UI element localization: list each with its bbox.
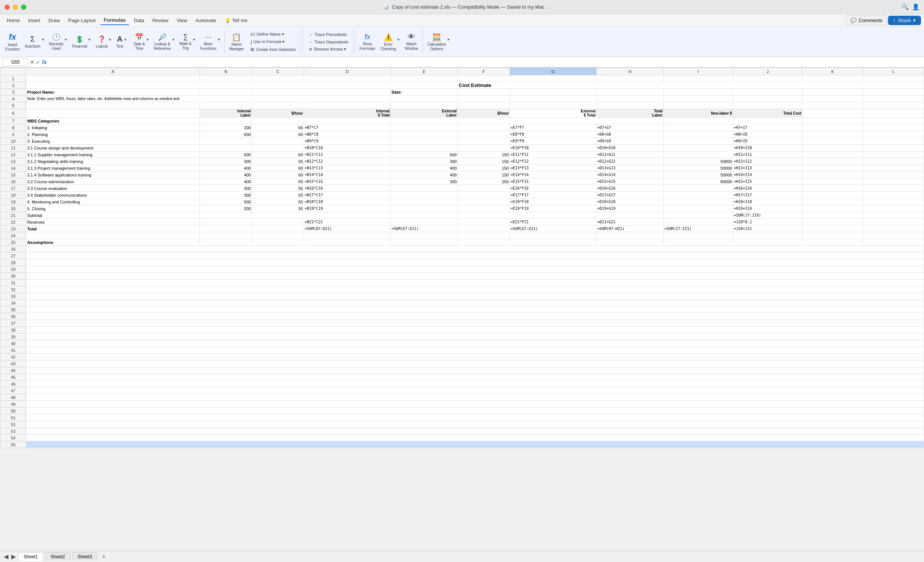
cell-b3[interactable] [200, 89, 252, 96]
col-header-i[interactable]: I [663, 68, 733, 75]
cell-l13[interactable] [863, 158, 924, 165]
cell-c14[interactable]: 60 [252, 165, 304, 172]
cell-d8[interactable]: =B7*C7 [304, 124, 390, 131]
next-sheet-button[interactable]: ▶ [10, 552, 16, 561]
cell-l19[interactable] [863, 199, 924, 205]
menu-insert[interactable]: Insert [24, 16, 44, 25]
cell-k23[interactable] [802, 226, 863, 232]
cell-f8[interactable] [458, 124, 510, 131]
cell-j8[interactable]: =H7+I7 [733, 124, 802, 131]
comments-button[interactable]: 💬 Comments [846, 15, 887, 25]
cell-c19[interactable]: 55 [252, 199, 304, 205]
cell-c5[interactable] [252, 102, 304, 109]
cell-a15[interactable]: 3.1.4 Software applications training [26, 172, 200, 178]
cell-k21[interactable] [802, 212, 863, 219]
cell-g16[interactable]: =E15*F15 [510, 178, 596, 185]
cell-f24[interactable] [458, 232, 510, 239]
cell-h22[interactable]: =D21+G21 [597, 219, 664, 226]
cell-j17[interactable]: =H16+I16 [733, 185, 802, 192]
sheet-tab-2[interactable]: Sheet2 [45, 552, 70, 561]
cell-e21[interactable] [391, 212, 458, 219]
cell-f1[interactable] [458, 75, 510, 82]
cell-j6[interactable]: Total Cost [733, 109, 802, 118]
cell-h3[interactable] [597, 89, 664, 96]
cell-d23[interactable]: =SUM(D7:D21) [304, 226, 390, 232]
trace-precedents-button[interactable]: → Trace Precedents [306, 31, 351, 38]
cell-b25[interactable] [200, 239, 252, 246]
cell-j4[interactable] [733, 96, 802, 102]
cell-d5[interactable] [304, 102, 390, 109]
cell-f23[interactable] [458, 226, 510, 232]
cell-h16[interactable]: =D15+G15 [597, 178, 664, 185]
cell-j18[interactable]: =H17+I17 [733, 192, 802, 199]
cell-f15[interactable]: 150 [458, 172, 510, 178]
cell-h20[interactable]: =D19+G19 [597, 205, 664, 212]
cell-g1[interactable] [510, 75, 596, 82]
cell-a13[interactable]: 3.1.2 Negotiating skills training [26, 158, 200, 165]
cell-b14[interactable]: 400 [200, 165, 252, 172]
cell-d15[interactable]: =B14*C14 [304, 172, 390, 178]
cell-h24[interactable] [597, 232, 664, 239]
cell-e16[interactable]: 300 [391, 178, 458, 185]
cell-k16[interactable] [802, 178, 863, 185]
cell-d18[interactable]: =B17*C17 [304, 192, 390, 199]
cell-f7[interactable] [458, 118, 510, 124]
cell-l20[interactable] [863, 205, 924, 212]
cell-c9[interactable]: 60 [252, 131, 304, 138]
cell-l16[interactable] [863, 178, 924, 185]
menu-tell-me[interactable]: 💡 Tell me [221, 16, 251, 25]
cell-e4[interactable] [391, 96, 458, 102]
cell-j1[interactable] [733, 75, 802, 82]
cell-g25[interactable] [510, 239, 596, 246]
col-header-d[interactable]: D [304, 68, 390, 75]
col-header-a[interactable]: A [26, 68, 200, 75]
cell-i17[interactable] [663, 185, 733, 192]
cell-b7[interactable] [200, 118, 252, 124]
cell-k15[interactable] [802, 172, 863, 178]
col-header-h[interactable]: H [597, 68, 664, 75]
cell-a6[interactable] [26, 109, 200, 118]
cell-l9[interactable] [863, 131, 924, 138]
cell-i20[interactable] [663, 205, 733, 212]
cell-e1[interactable] [391, 75, 458, 82]
cell-f11[interactable] [458, 145, 510, 151]
cell-f14[interactable]: 150 [458, 165, 510, 172]
cell-h4[interactable] [597, 96, 664, 102]
cell-c20[interactable]: 55 [252, 205, 304, 212]
col-header-k[interactable]: K [802, 68, 863, 75]
cell-h14[interactable]: =D13+G13 [597, 165, 664, 172]
calc-options-button[interactable]: 🧮 CalculationOptions ▾ [425, 31, 452, 52]
cell-k3[interactable] [802, 89, 863, 96]
col-header-g[interactable]: G [510, 68, 596, 75]
cell-l3[interactable] [863, 89, 924, 96]
cell-a10[interactable]: 3. Executing [26, 138, 200, 145]
cell-h1[interactable] [597, 75, 664, 82]
menu-formulas[interactable]: Formulas [100, 16, 130, 25]
col-header-c[interactable]: C [252, 68, 304, 75]
cell-g15[interactable]: =E14*F14 [510, 172, 596, 178]
cell-g5[interactable] [510, 102, 596, 109]
cell-c15[interactable]: 60 [252, 172, 304, 178]
cell-f5[interactable] [458, 102, 510, 109]
cell-c23[interactable] [252, 226, 304, 232]
cell-h12[interactable]: =D11+G11 [597, 151, 664, 158]
trace-dependents-button[interactable]: ← Trace Dependents [306, 39, 351, 45]
cell-k20[interactable] [802, 205, 863, 212]
add-sheet-button[interactable]: + [99, 553, 108, 561]
cell-d11[interactable]: =B10*C10 [304, 145, 390, 151]
cell-d13[interactable]: =B12*C12 [304, 158, 390, 165]
cell-a5[interactable] [26, 102, 200, 109]
cell-k12[interactable] [802, 151, 863, 158]
cell-g7[interactable] [510, 118, 596, 124]
cell-d1[interactable] [304, 75, 390, 82]
cell-e15[interactable]: 400 [391, 172, 458, 178]
cell-h7[interactable] [597, 118, 664, 124]
cell-a21[interactable]: Subtotal [26, 212, 200, 219]
cell-l24[interactable] [863, 232, 924, 239]
menu-home[interactable]: Home [3, 16, 24, 25]
menu-automate[interactable]: Automate [192, 16, 220, 25]
cell-c18[interactable]: 55 [252, 192, 304, 199]
cell-j11[interactable]: =H10+I10 [733, 145, 802, 151]
cell-k6[interactable] [802, 109, 863, 118]
cell-h17[interactable]: =D16+G16 [597, 185, 664, 192]
